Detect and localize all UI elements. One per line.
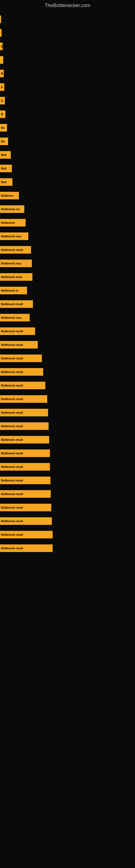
bar-item: Bottleneck resu bbox=[0, 314, 30, 321]
bar-label: Bottleneck resu bbox=[1, 316, 21, 319]
bar-label: E bbox=[1, 99, 3, 102]
bar-item: Bottleneck result bbox=[0, 382, 45, 389]
bar-item: Bottleneck resu bbox=[0, 232, 28, 240]
bar-row: Bottleneck result bbox=[0, 407, 135, 418]
bar-row: Bottleneck resul bbox=[0, 272, 135, 282]
bar-label: Bottleneck result bbox=[1, 520, 23, 523]
bar-row: Bottleneck result bbox=[0, 475, 135, 486]
bar-label: Bottleneck result bbox=[1, 384, 23, 387]
bar-row: Bottleneck result bbox=[0, 353, 135, 364]
bar-row: Bottleneck res bbox=[0, 204, 135, 215]
bar-item: Bottleneck bbox=[0, 219, 26, 226]
bar-label: Bottleneck res bbox=[1, 208, 20, 211]
bar-label: Bo bbox=[1, 126, 5, 129]
bar-label: Bottleneck resu bbox=[1, 235, 21, 238]
bar-item bbox=[0, 56, 3, 64]
site-title: TheBottlenecker.com bbox=[0, 0, 135, 10]
bar-item: Bott bbox=[0, 178, 12, 186]
bar-row: E bbox=[0, 41, 135, 52]
bar-item: Bottleneck result bbox=[0, 354, 42, 362]
bar-label: Bottleneck result bbox=[1, 465, 23, 468]
bar-item: E bbox=[0, 42, 3, 50]
bar-label: Bottleneck result bbox=[1, 452, 23, 455]
bars-container: EBEEBBoBoBottBoltBottBottlenecBottleneck… bbox=[0, 10, 135, 556]
bar-row: Bottleneck result bbox=[0, 244, 135, 255]
bar-label: Bottleneck result bbox=[1, 533, 23, 536]
bar-label: Bolt bbox=[1, 167, 6, 170]
bar-row: Bottleneck result bbox=[0, 339, 135, 350]
bar-row: Bottleneck result bbox=[0, 529, 135, 540]
bar-item: Bottlenec bbox=[0, 192, 19, 199]
bar-item: Bottleneck result bbox=[0, 395, 47, 403]
bar-item: Bottleneck res bbox=[0, 205, 24, 213]
bar-label: B bbox=[1, 72, 3, 75]
bar-label: Bottleneck result bbox=[1, 425, 23, 428]
bar-label: Bottleneck result bbox=[1, 398, 23, 401]
bar-row: Bo bbox=[0, 136, 135, 147]
bar-label: Bottleneck re bbox=[1, 289, 18, 292]
bar-label: E bbox=[1, 45, 3, 48]
bar-label: Bottleneck result bbox=[1, 506, 23, 509]
bar-row: Bottleneck result bbox=[0, 380, 135, 391]
bar-item: Bottleneck result bbox=[0, 328, 35, 335]
bar-item: Bottleneck result bbox=[0, 422, 49, 430]
bar-label: E bbox=[1, 86, 3, 89]
bar-item: Bottleneck result bbox=[0, 476, 50, 484]
bar-row: E bbox=[0, 95, 135, 106]
bar-item: Bottleneck re bbox=[0, 287, 27, 294]
bar-row: Bottleneck result bbox=[0, 461, 135, 472]
bar-label: Bottleneck result bbox=[1, 438, 23, 441]
bar-item bbox=[0, 29, 2, 37]
bar-item: Bottleneck result bbox=[0, 545, 53, 552]
bar-label: Bottleneck result bbox=[1, 371, 23, 373]
bar-row: Bottleneck resu bbox=[0, 231, 135, 242]
bar-row: Bottleneck result bbox=[0, 448, 135, 459]
bar-row: Bottleneck bbox=[0, 217, 135, 228]
bar-label: Bottleneck bbox=[1, 221, 15, 224]
bar-row: Bottleneck result bbox=[0, 516, 135, 527]
bar-item: Bottleneck result bbox=[0, 504, 51, 511]
bar-label: Bott bbox=[1, 181, 6, 184]
bar-label: Bottlenec bbox=[1, 194, 13, 197]
bar-row: Bo bbox=[0, 122, 135, 133]
bar-row: Bott bbox=[0, 150, 135, 160]
bar-label: Bottleneck result bbox=[1, 479, 23, 482]
bar-item: E bbox=[0, 83, 4, 91]
bar-item: Bottleneck result bbox=[0, 450, 50, 457]
bar-item: E bbox=[0, 97, 5, 104]
bar-row: E bbox=[0, 82, 135, 93]
bar-row: Bottleneck resu bbox=[0, 312, 135, 323]
bar-label: Bottleneck result bbox=[1, 330, 23, 333]
bar-label: Bottleneck result bbox=[1, 493, 23, 496]
bar-item bbox=[0, 16, 1, 23]
bar-item: Bottleneck result bbox=[0, 368, 43, 376]
bar-row: Bottleneck re bbox=[0, 285, 135, 296]
bar-row: Bottleneck result bbox=[0, 367, 135, 377]
bar-row: B bbox=[0, 68, 135, 79]
bar-item: Bottleneck result bbox=[0, 436, 49, 443]
bar-item: B bbox=[0, 70, 4, 77]
bar-row: Bottleneck result bbox=[0, 489, 135, 499]
bar-row: Bottleneck result bbox=[0, 299, 135, 310]
bar-item: Bottleneck result bbox=[0, 490, 51, 498]
bar-item: Bottleneck result bbox=[0, 246, 31, 254]
bar-row: B bbox=[0, 109, 135, 120]
bar-row: Bottleneck resu bbox=[0, 258, 135, 269]
bar-row: Bott bbox=[0, 177, 135, 187]
bar-label: B bbox=[1, 113, 3, 116]
bar-row bbox=[0, 55, 135, 65]
bar-label: Bott bbox=[1, 154, 6, 156]
bar-label: Bottleneck result bbox=[1, 547, 23, 550]
bar-row bbox=[0, 14, 135, 25]
bar-item: Bo bbox=[0, 124, 7, 131]
bar-row: Bottleneck result bbox=[0, 394, 135, 404]
bar-label: Bo bbox=[1, 140, 5, 143]
bar-item: Bottleneck result bbox=[0, 531, 53, 538]
bar-item: Bottleneck result bbox=[0, 463, 50, 471]
bar-label: Bottleneck result bbox=[1, 357, 23, 360]
bar-label: Bottleneck result bbox=[1, 248, 23, 251]
bar-item: Bottleneck result bbox=[0, 409, 48, 416]
bar-label: Bottleneck resul bbox=[1, 276, 22, 279]
bar-label: Bottleneck resu bbox=[1, 262, 21, 265]
bar-item: Bolt bbox=[0, 165, 12, 172]
